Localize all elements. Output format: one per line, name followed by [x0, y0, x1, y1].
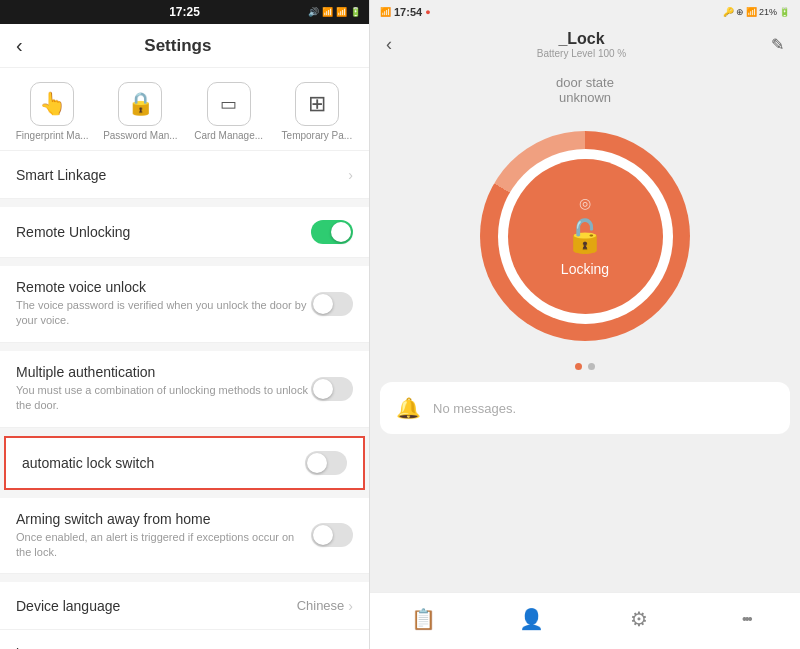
- lock-circle-container[interactable]: ◎ 🔓 Locking: [480, 131, 690, 341]
- phone-left: 17:25 🔊 📶 📶 🔋 ‹ Settings 👆 Fingerprint M…: [0, 0, 370, 649]
- battery-icon: 🔋: [350, 7, 361, 17]
- auto-lock-title: automatic lock switch: [22, 455, 305, 471]
- key-status-icon: 🔑: [723, 7, 734, 17]
- remote-voice-row[interactable]: Remote voice unlock The voice password i…: [0, 266, 369, 343]
- right-nav-bar: ‹ _Lock Battery Level 100 % ✎: [370, 24, 800, 65]
- icon-row: 👆 Fingerprint Ma... 🔒 Password Man... ▭ …: [0, 68, 369, 151]
- multiple-auth-row[interactable]: Multiple authentication You must use a c…: [0, 351, 369, 428]
- remote-voice-title: Remote voice unlock: [16, 279, 311, 295]
- lock-name: _Lock: [392, 30, 771, 48]
- door-state-value: unknown: [556, 90, 614, 105]
- temp-pass-label: Temporary Pa...: [282, 130, 353, 142]
- location-icon: ◎: [579, 195, 591, 211]
- bottom-nav: 📋 👤 ⚙ •••: [370, 592, 800, 649]
- page-dot-1[interactable]: [575, 363, 582, 370]
- status-bar-left: 17:25 🔊 📶 📶 🔋: [0, 0, 369, 24]
- arming-switch-row[interactable]: Arming switch away from home Once enable…: [0, 498, 369, 575]
- time-left: 17:25: [169, 5, 200, 19]
- key-tone-row[interactable]: key tone key mute ›: [0, 630, 369, 649]
- wifi-icon: 📶: [322, 7, 333, 17]
- bottom-nav-home[interactable]: 📋: [399, 603, 449, 635]
- lock-open-icon: 🔓: [565, 217, 605, 255]
- notification-dot: ●: [425, 7, 430, 17]
- wifi-right-icon: 📶: [746, 7, 757, 17]
- card-label: Card Manage...: [194, 130, 263, 142]
- toggle-knob-2: [313, 294, 333, 314]
- lock-inner-ring: ◎ 🔓 Locking: [498, 149, 673, 324]
- bluetooth-right-icon: ⊕: [736, 7, 744, 17]
- multiple-auth-section: Multiple authentication You must use a c…: [0, 351, 369, 428]
- door-state-container: door state unknown: [556, 75, 614, 105]
- multiple-auth-content: Multiple authentication You must use a c…: [16, 364, 311, 414]
- arming-switch-title: Arming switch away from home: [16, 511, 311, 527]
- status-bar-right: 📶 17:54 ● 🔑 ⊕ 📶 21% 🔋: [370, 0, 800, 24]
- settings-list: Smart Linkage › Remote Unlocking Remote …: [0, 151, 369, 649]
- remote-voice-content: Remote voice unlock The voice password i…: [16, 279, 311, 329]
- remote-unlocking-content: Remote Unlocking: [16, 224, 311, 240]
- remote-unlocking-section: Remote Unlocking: [0, 207, 369, 258]
- arming-switch-desc: Once enabled, an alert is triggered if e…: [16, 530, 311, 561]
- signal-bars-icon: 📶: [380, 7, 391, 17]
- arming-switch-content: Arming switch away from home Once enable…: [16, 511, 311, 561]
- remote-voice-section: Remote voice unlock The voice password i…: [0, 266, 369, 343]
- multiple-auth-desc: You must use a combination of unlocking …: [16, 383, 311, 414]
- smart-linkage-content: Smart Linkage: [16, 167, 348, 183]
- lock-inner-circle[interactable]: ◎ 🔓 Locking: [508, 159, 663, 314]
- smart-linkage-section: Smart Linkage ›: [0, 151, 369, 199]
- device-language-content: Device language: [16, 598, 297, 614]
- back-button[interactable]: ‹: [16, 34, 23, 57]
- settings-nav-bar: ‹ Settings: [0, 24, 369, 68]
- device-language-row[interactable]: Device language Chinese ›: [0, 582, 369, 630]
- temp-pass-icon: ⊞: [295, 82, 339, 126]
- multiple-auth-toggle[interactable]: [311, 377, 353, 401]
- time-right: 17:54: [394, 6, 422, 18]
- smart-linkage-chevron: ›: [348, 167, 353, 183]
- right-status-icons: 🔑 ⊕ 📶 21% 🔋: [723, 7, 790, 17]
- remote-unlocking-row[interactable]: Remote Unlocking: [0, 207, 369, 258]
- remote-voice-desc: The voice password is verified when you …: [16, 298, 311, 329]
- page-dots: [575, 363, 595, 370]
- password-label: Password Man...: [103, 130, 177, 142]
- device-language-value: Chinese: [297, 598, 345, 613]
- password-icon: 🔒: [118, 82, 162, 126]
- fingerprint-item[interactable]: 👆 Fingerprint Ma...: [12, 82, 92, 142]
- card-item[interactable]: ▭ Card Manage...: [189, 82, 269, 142]
- fingerprint-label: Fingerprint Ma...: [16, 130, 89, 142]
- toggle-knob-3: [313, 379, 333, 399]
- battery-percent: 21%: [759, 7, 777, 17]
- messages-panel: 🔔 No messages.: [380, 382, 790, 434]
- page-dot-2[interactable]: [588, 363, 595, 370]
- bottom-nav-user[interactable]: 👤: [506, 603, 556, 635]
- bottom-nav-settings[interactable]: ⚙: [614, 603, 664, 635]
- auto-lock-content: automatic lock switch: [22, 455, 305, 471]
- lock-status-label: Locking: [561, 261, 609, 277]
- toggle-knob-4: [307, 453, 327, 473]
- toggle-knob: [331, 222, 351, 242]
- multiple-auth-title: Multiple authentication: [16, 364, 311, 380]
- battery-right-icon: 🔋: [779, 7, 790, 17]
- auto-lock-section: automatic lock switch: [4, 436, 365, 490]
- arming-switch-section: Arming switch away from home Once enable…: [0, 498, 369, 575]
- edit-button[interactable]: ✎: [771, 35, 784, 54]
- auto-lock-row[interactable]: automatic lock switch: [6, 438, 363, 488]
- remote-voice-toggle[interactable]: [311, 292, 353, 316]
- signal-icon: 📶: [336, 7, 347, 17]
- device-language-chevron: ›: [348, 598, 353, 614]
- arming-switch-toggle[interactable]: [311, 523, 353, 547]
- toggle-knob-5: [313, 525, 333, 545]
- temp-pass-item[interactable]: ⊞ Temporary Pa...: [277, 82, 357, 142]
- lock-main-area: door state unknown ◎ 🔓 Locking 🔔: [370, 65, 800, 592]
- auto-lock-toggle[interactable]: [305, 451, 347, 475]
- remote-unlocking-title: Remote Unlocking: [16, 224, 311, 240]
- bottom-nav-more[interactable]: •••: [721, 603, 771, 635]
- remote-unlocking-toggle[interactable]: [311, 220, 353, 244]
- bell-icon: 🔔: [396, 396, 421, 420]
- password-item[interactable]: 🔒 Password Man...: [100, 82, 180, 142]
- card-icon: ▭: [207, 82, 251, 126]
- fingerprint-icon: 👆: [30, 82, 74, 126]
- smart-linkage-row[interactable]: Smart Linkage ›: [0, 151, 369, 199]
- bluetooth-icon: 🔊: [308, 7, 319, 17]
- door-state-label: door state: [556, 75, 614, 90]
- lock-outer-ring: ◎ 🔓 Locking: [480, 131, 690, 341]
- battery-level: Battery Level 100 %: [392, 48, 771, 59]
